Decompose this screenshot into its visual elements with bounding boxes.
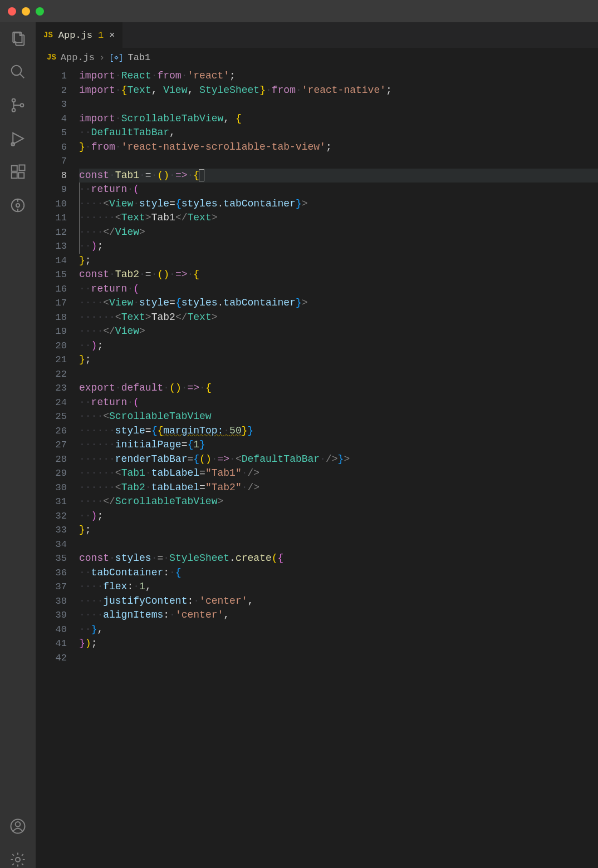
breadcrumb-symbol: Tab1 (128, 52, 150, 63)
code-line[interactable]: ······<Text>Tab2</Text> (79, 310, 598, 325)
activity-bar (0, 22, 36, 868)
code-line[interactable]: ··); (79, 339, 598, 353)
code-line[interactable]: ··return·( (79, 282, 598, 297)
window-minimize-dot[interactable] (22, 7, 30, 16)
code-line[interactable]: ······initialPage={1} (79, 438, 598, 452)
code-line[interactable]: const·styles·=·StyleSheet.create({ (79, 551, 598, 566)
window-close-dot[interactable] (8, 7, 16, 16)
text-cursor (199, 169, 204, 181)
code-line[interactable]: ······<Tab2·tabLabel="Tab2"·/> (79, 481, 598, 495)
js-file-icon: JS (47, 53, 56, 62)
tab-close-icon[interactable]: × (109, 30, 115, 41)
debug-icon[interactable] (9, 130, 26, 147)
tab-filename: App.js (58, 30, 92, 41)
tab-bar: JS App.js 1 × (36, 22, 598, 48)
code-line[interactable]: ····<View·style={styles.tabContainer}> (79, 296, 598, 310)
code-line[interactable]: ····</View> (79, 225, 598, 240)
tab-modified-badge: 1 (98, 30, 104, 41)
code-line[interactable]: ····alignItems:·'center', (79, 608, 598, 623)
settings-icon[interactable] (9, 851, 26, 868)
code-area[interactable]: import·React·from·'react';import·{Text, … (79, 67, 598, 868)
code-line[interactable]: ····<View·style={styles.tabContainer}> (79, 197, 598, 211)
svg-rect-7 (18, 172, 24, 178)
window-zoom-dot[interactable] (36, 7, 44, 16)
symbol-variable-icon: [⋄] (109, 53, 123, 62)
account-icon[interactable] (9, 818, 26, 835)
svg-rect-8 (19, 165, 25, 171)
svg-rect-5 (12, 166, 17, 171)
code-line[interactable]: }; (79, 254, 598, 268)
svg-point-2 (12, 108, 16, 112)
svg-point-1 (12, 98, 16, 102)
svg-point-10 (16, 204, 19, 207)
chevron-right-icon: › (99, 52, 105, 63)
code-line[interactable]: ····flex:·1, (79, 580, 598, 594)
code-line[interactable] (79, 97, 598, 112)
code-line[interactable]: ······style={{marginTop:·50}} (79, 424, 598, 438)
code-line[interactable]: ······<Tab1·tabLabel="Tab1"·/> (79, 466, 598, 481)
svg-rect-6 (12, 172, 17, 178)
code-line[interactable] (79, 537, 598, 552)
svg-point-3 (21, 103, 24, 107)
code-line[interactable]: ······<Text>Tab1</Text> (79, 211, 598, 225)
code-line[interactable]: ··return·( (79, 183, 598, 197)
line-number-gutter: 1234567891011121314151617181920212223242… (36, 67, 79, 868)
code-line[interactable]: ····</View> (79, 324, 598, 339)
code-line[interactable]: ··return·( (79, 396, 598, 410)
code-line[interactable]: import·ScrollableTabView, { (79, 112, 598, 126)
breadcrumb-file: App.js (61, 52, 95, 63)
svg-point-13 (16, 857, 20, 862)
gitlens-icon[interactable] (9, 197, 26, 214)
code-line[interactable]: }; (79, 523, 598, 537)
tab-app-js[interactable]: JS App.js 1 × (36, 22, 122, 48)
editor[interactable]: 1234567891011121314151617181920212223242… (36, 67, 598, 868)
explorer-icon[interactable] (9, 30, 26, 47)
code-line[interactable]: const·Tab2·=·()·=>·{ (79, 268, 598, 282)
code-line[interactable] (79, 154, 598, 169)
code-line[interactable]: ··tabContainer:·{ (79, 566, 598, 580)
code-line[interactable]: export·default·()·=>·{ (79, 381, 598, 396)
code-line[interactable] (79, 367, 598, 382)
code-line[interactable]: import·React·from·'react'; (79, 69, 598, 83)
code-line[interactable] (79, 651, 598, 665)
source-control-icon[interactable] (9, 97, 26, 114)
code-line[interactable]: ······renderTabBar={()·=>·<DefaultTabBar… (79, 452, 598, 467)
code-line[interactable]: }); (79, 637, 598, 651)
extensions-icon[interactable] (9, 164, 26, 180)
code-line[interactable]: ··}, (79, 623, 598, 637)
code-line[interactable]: ··); (79, 239, 598, 254)
code-line[interactable]: const·Tab1·=·()·=>·{ (79, 169, 598, 183)
js-file-icon: JS (43, 31, 53, 40)
svg-point-0 (12, 66, 22, 76)
search-icon[interactable] (9, 63, 26, 80)
svg-point-12 (16, 822, 21, 827)
code-line[interactable]: }; (79, 353, 598, 367)
code-line[interactable]: ··DefaultTabBar, (79, 126, 598, 140)
code-line[interactable]: ··); (79, 509, 598, 524)
titlebar (0, 0, 598, 22)
code-line[interactable]: }·from·'react-native-scrollable-tab-view… (79, 140, 598, 155)
code-line[interactable]: ····</ScrollableTabView> (79, 495, 598, 509)
code-line[interactable]: import·{Text, View, StyleSheet}·from·'re… (79, 83, 598, 98)
code-line[interactable]: ····justifyContent:·'center', (79, 594, 598, 609)
code-line[interactable]: ····<ScrollableTabView (79, 410, 598, 424)
breadcrumb[interactable]: JS App.js › [⋄] Tab1 (36, 48, 598, 67)
